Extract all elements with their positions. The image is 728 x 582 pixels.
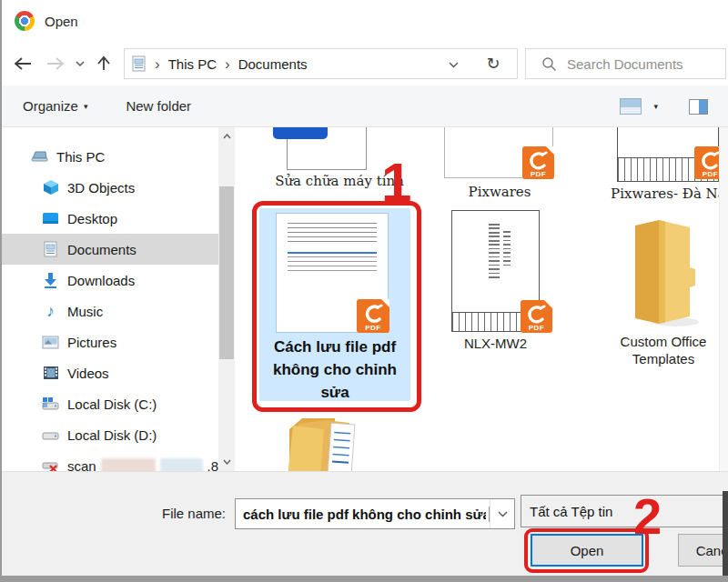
sidebar-item-documents[interactable]: Documents: [0, 234, 218, 265]
desktop-icon: [42, 210, 59, 227]
breadcrumb-this-pc[interactable]: This PC: [168, 56, 217, 72]
back-arrow-icon: [13, 56, 33, 71]
file-type-dropdown[interactable]: Tất cả Tệp tin: [521, 495, 728, 527]
file-item-pixwares-da-nang[interactable]: PDF Pixwares- Đà Nẵng: [597, 127, 719, 207]
address-bar[interactable]: › This PC › Documents: [124, 48, 470, 79]
download-arrow-icon: [42, 272, 59, 289]
drive-icon: [42, 426, 59, 444]
drive-windows-icon: [42, 396, 59, 413]
refresh-button[interactable]: ↻: [470, 48, 518, 79]
folder-item-custom-office-templates[interactable]: Custom Office Templates: [595, 216, 719, 371]
file-name-value: cách lưu file pdf không cho chỉnh sửa: [243, 507, 486, 522]
organize-button[interactable]: Organize ▾: [23, 98, 87, 114]
breadcrumb-documents[interactable]: Documents: [238, 56, 308, 72]
annotation-step-1: 1: [381, 156, 411, 208]
sidebar-item-label: Videos: [67, 366, 109, 381]
sidebar-item-label: 3D Objects: [67, 180, 135, 196]
sidebar-item-music[interactable]: ♪ Music: [0, 296, 218, 326]
open-file-dialog: Open › This PC › Documents: [0, 0, 728, 582]
forward-button[interactable]: [40, 49, 71, 78]
organize-label: Organize: [23, 98, 78, 114]
recent-locations-button[interactable]: [71, 49, 89, 78]
music-note-icon: ♪: [42, 303, 59, 320]
window-border-left: [0, 0, 2, 582]
sidebar-item-videos[interactable]: Videos: [0, 357, 218, 388]
scroll-down-icon[interactable]: [218, 455, 235, 469]
file-name-label: File name:: [91, 506, 226, 521]
new-folder-label: New folder: [126, 98, 191, 114]
film-icon: [42, 365, 59, 382]
sidebar-item-label: Downloads: [67, 273, 135, 288]
change-view-button[interactable]: ▾: [620, 98, 658, 115]
up-arrow-icon: [96, 55, 111, 72]
caret-down-icon: ▾: [84, 102, 88, 111]
annotation-box-open-button: [524, 528, 649, 573]
file-name: Pixwares: [440, 184, 559, 201]
folder-name: Custom Office Templates: [595, 333, 719, 367]
chevron-down-icon: [449, 62, 459, 68]
sidebar-item-label: This PC: [56, 149, 105, 165]
scroll-up-icon[interactable]: [218, 129, 235, 144]
chevron-down-icon: [76, 61, 85, 67]
pdf-file-icon: PDF: [522, 146, 554, 179]
forward-arrow-icon: [46, 56, 66, 71]
filelist-scrollbar[interactable]: [719, 127, 728, 471]
file-name: Pixwares- Đà Nẵng: [597, 186, 719, 203]
title-bar: Open: [0, 0, 728, 42]
file-name: NLX-MW2: [447, 335, 544, 352]
document-icon: [132, 55, 147, 73]
sidebar-item-this-pc[interactable]: This PC: [0, 141, 218, 172]
sidebar-item-desktop[interactable]: Desktop: [0, 203, 218, 234]
pdf-file-icon: PDF: [694, 146, 719, 179]
dialog-footer: File name: cách lưu file pdf không cho c…: [0, 471, 728, 576]
sidebar-item-local-disk-d[interactable]: Local Disk (D:): [0, 419, 218, 450]
sidebar-item-3d-objects[interactable]: 3D Objects: [0, 172, 218, 203]
sidebar-item-label: Pictures: [67, 335, 116, 350]
sidebar-item-downloads[interactable]: Downloads: [0, 265, 218, 296]
caret-down-icon: ▾: [653, 102, 658, 111]
file-item-pixwares[interactable]: PDF Pixwares: [440, 127, 559, 206]
file-item-nlx-mw2[interactable]: PDF NLX-MW2: [447, 210, 544, 356]
sidebar-item-pictures[interactable]: Pictures: [0, 326, 218, 357]
search-box[interactable]: Search Documents: [525, 48, 726, 79]
breadcrumb-separator: ›: [147, 56, 168, 72]
navigation-sidebar: This PC 3D Objects Desktop Documents Dow…: [0, 127, 218, 471]
file-name-input[interactable]: cách lưu file pdf không cho chỉnh sửa: [235, 498, 515, 529]
cancel-button[interactable]: Cancel: [678, 534, 728, 567]
chrome-icon: [15, 11, 35, 31]
window-title: Open: [45, 14, 78, 29]
back-button[interactable]: [5, 49, 40, 78]
address-dropdown-button[interactable]: [449, 55, 459, 72]
breadcrumb-separator: ›: [217, 56, 238, 72]
sidebar-scrollbar[interactable]: [218, 127, 235, 471]
picture-icon: [42, 334, 59, 351]
sidebar-item-label: Desktop: [67, 211, 117, 226]
sidebar-item-local-disk-c[interactable]: Local Disk (C:): [0, 388, 218, 419]
window-edge: [723, 491, 728, 576]
pdf-file-icon: PDF: [521, 300, 552, 333]
document-icon: [42, 241, 59, 258]
thumbnail-view-icon: [620, 98, 642, 115]
file-list: Sửa chữa máy tính PDF Pixwares P: [235, 127, 719, 471]
computer-icon: [31, 148, 48, 166]
navigation-bar: › This PC › Documents ↻ Search Documents: [0, 42, 728, 85]
chevron-down-icon: [498, 511, 508, 517]
folder-with-documents-icon[interactable]: [282, 415, 366, 471]
file-name-dropdown-button[interactable]: [490, 499, 514, 528]
preview-pane-icon[interactable]: [689, 99, 708, 115]
search-placeholder: Search Documents: [567, 56, 683, 72]
sidebar-item-label: Local Disk (D:): [67, 427, 157, 443]
blue-tag-icon: [273, 127, 328, 139]
scrollbar-thumb[interactable]: [219, 186, 234, 359]
up-button[interactable]: [89, 49, 118, 78]
search-icon: [541, 56, 557, 72]
sidebar-item-label: Local Disk (C:): [67, 396, 157, 412]
cube-icon: [42, 179, 59, 196]
refresh-icon: ↻: [486, 54, 500, 74]
sidebar-item-label: Music: [67, 304, 103, 319]
command-toolbar: Organize ▾ New folder ▾: [0, 85, 728, 127]
new-folder-button[interactable]: New folder: [126, 98, 191, 114]
window-border-bottom: [0, 576, 728, 582]
sidebar-item-label: Documents: [67, 242, 136, 257]
annotation-box-selected-file: [252, 201, 421, 412]
